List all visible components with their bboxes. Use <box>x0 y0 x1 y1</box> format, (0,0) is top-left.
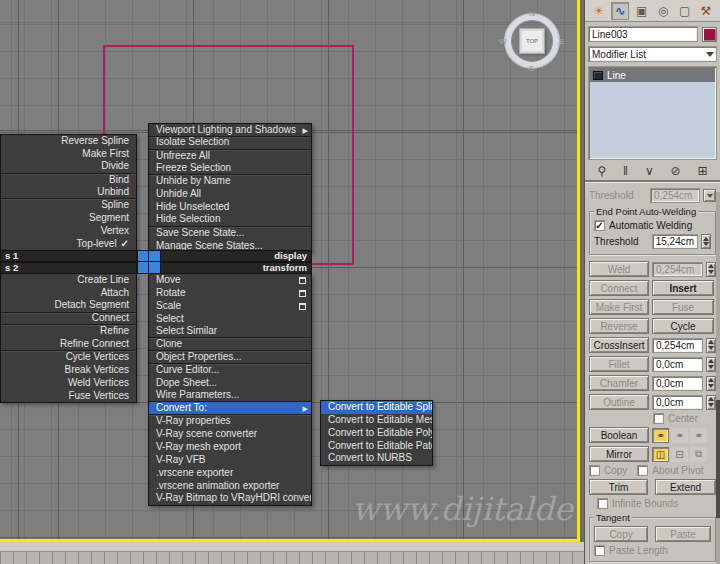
make-unique-icon[interactable]: ∨ <box>645 164 654 178</box>
menu-item[interactable]: Divide <box>1 161 136 174</box>
menu-item[interactable]: Reverse Spline <box>1 135 136 148</box>
modifier-stack[interactable]: Line <box>588 66 717 160</box>
mirror-both-icon[interactable]: ⧉ <box>690 447 707 462</box>
panel-field[interactable]: 0,254cm <box>652 338 703 353</box>
menu-item[interactable]: Convert to Editable Poly <box>321 427 432 440</box>
menu-item[interactable]: V-Ray Bitmap to VRayHDRI converter <box>149 492 311 505</box>
menu-item[interactable]: Top-level <box>1 238 136 251</box>
spinner[interactable] <box>701 234 711 249</box>
tangent-copy-button[interactable]: Copy <box>594 526 648 542</box>
menu-item[interactable]: Convert to Editable Spline <box>321 401 432 414</box>
modifier-list-dropdown[interactable]: Modifier List <box>588 46 717 62</box>
menu-item[interactable]: Detach Segment <box>1 300 136 313</box>
menu-item[interactable]: Create Line <box>1 274 136 287</box>
mirror-button[interactable]: Mirror <box>589 446 649 462</box>
menu-item[interactable]: Attach <box>1 287 136 300</box>
quad-menu-center-squares[interactable] <box>137 250 161 274</box>
center-checkbox[interactable]: Center <box>653 413 698 424</box>
spinner[interactable] <box>706 338 716 353</box>
menu-item[interactable]: Select Similar <box>149 325 311 338</box>
menu-item[interactable]: Bind <box>1 174 136 187</box>
menu-item[interactable]: Vertex <box>1 225 136 238</box>
panel-button[interactable]: Reverse <box>589 318 649 334</box>
menu-item[interactable]: Curve Editor... <box>149 364 311 377</box>
boolean-button[interactable]: Boolean <box>589 427 649 443</box>
panel-field[interactable]: 0,0cm <box>652 357 703 372</box>
viewcube-top-face[interactable]: TOP <box>519 28 545 54</box>
menu-item[interactable]: Unfreeze All <box>149 150 311 163</box>
menu-item[interactable]: Unhide by Name <box>149 175 311 188</box>
menu-item[interactable]: Convert to Editable Patch <box>321 440 432 453</box>
motion-tab-icon[interactable]: ◎ <box>654 2 672 20</box>
menu-item[interactable]: Make First <box>1 148 136 161</box>
panel-scrollbar[interactable] <box>716 192 720 564</box>
menu-item[interactable]: Convert to NURBS <box>321 452 432 465</box>
menu-item[interactable]: Connect <box>1 313 136 326</box>
panel-scrollbar-thumb[interactable] <box>716 400 720 518</box>
menu-item[interactable]: Unbind <box>1 186 136 199</box>
infinite-bounds-checkbox[interactable]: Infinite Bounds <box>597 498 678 509</box>
menu-item[interactable]: Segment <box>1 212 136 225</box>
utilities-tab-icon[interactable]: ⚒ <box>697 2 715 20</box>
threshold-field[interactable]: 0,254cm <box>650 188 700 203</box>
menu-item[interactable]: Weld Vertices <box>1 377 136 390</box>
panel-button[interactable]: Connect <box>589 280 649 296</box>
settings-box-icon[interactable] <box>299 290 306 297</box>
panel-button[interactable]: Insert <box>652 280 714 296</box>
quad-square[interactable] <box>149 262 159 272</box>
hierarchy-tab-icon[interactable]: ▣ <box>633 2 651 20</box>
menu-item[interactable]: Viewport Lighting and Shadows <box>149 124 311 137</box>
about-pivot-checkbox[interactable]: About Pivot <box>637 465 703 476</box>
quad-square[interactable] <box>149 251 159 261</box>
spinner[interactable] <box>706 395 716 410</box>
menu-item[interactable]: Convert To: <box>149 402 311 415</box>
menu-item[interactable]: Isolate Selection <box>149 137 311 150</box>
panel-button[interactable]: Fuse <box>652 299 714 315</box>
mirror-horizontal-icon[interactable]: ◫ <box>652 447 669 462</box>
panel-button[interactable]: Chamfer <box>589 375 649 391</box>
display-tab-icon[interactable]: ▢ <box>676 2 694 20</box>
boolean-subtraction-icon[interactable]: ⚭ <box>671 428 688 443</box>
menu-item[interactable]: Rotate <box>149 287 311 300</box>
menu-item[interactable]: Clone <box>149 338 311 351</box>
menu-item[interactable]: Convert to Editable Mesh <box>321 414 432 427</box>
menu-item[interactable]: .vrscene exporter <box>149 467 311 480</box>
menu-item[interactable]: V-Ray properties <box>149 415 311 428</box>
panel-button[interactable]: CrossInsert <box>589 337 649 353</box>
object-color-swatch[interactable] <box>702 27 717 42</box>
boolean-union-icon[interactable]: ⚭ <box>652 428 669 443</box>
panel-button[interactable]: Make First <box>589 299 649 315</box>
weld-threshold-field[interactable]: 15,24cm <box>652 234 698 249</box>
modify-tab-icon[interactable]: ∿ <box>611 2 629 20</box>
menu-item[interactable]: V-Ray mesh export <box>149 441 311 454</box>
menu-item[interactable]: Select <box>149 313 311 326</box>
remove-modifier-icon[interactable]: ⊘ <box>671 164 681 178</box>
copy-checkbox[interactable]: Copy <box>589 465 627 476</box>
panel-button[interactable]: Weld <box>589 261 649 277</box>
paste-length-checkbox[interactable]: Paste Length <box>594 545 668 556</box>
extend-button[interactable]: Extend <box>655 479 716 495</box>
trim-button[interactable]: Trim <box>589 479 648 495</box>
menu-item[interactable]: Move <box>149 274 311 287</box>
menu-item[interactable]: Object Properties... <box>149 351 311 364</box>
automatic-welding-checkbox[interactable]: ✓ Automatic Welding <box>594 220 692 231</box>
quad-square[interactable] <box>138 251 148 261</box>
scroll-down-button[interactable] <box>703 189 716 202</box>
object-name-field[interactable]: Line003 <box>588 26 698 42</box>
tangent-paste-button[interactable]: Paste <box>655 526 711 542</box>
panel-button[interactable]: Outline <box>589 394 649 410</box>
menu-item[interactable]: Hide Unselected <box>149 201 311 214</box>
pin-stack-icon[interactable]: ⚲ <box>597 164 606 178</box>
panel-field[interactable]: 0,0cm <box>652 376 703 391</box>
quad-square[interactable] <box>138 262 148 272</box>
panel-button[interactable]: Fillet <box>589 356 649 372</box>
menu-item[interactable]: V-Ray VFB <box>149 454 311 467</box>
mirror-vertical-icon[interactable]: ⊟ <box>671 447 688 462</box>
menu-item[interactable]: Spline <box>1 199 136 212</box>
viewcube[interactable]: N E S W TOP <box>502 11 562 71</box>
timeline-track-bar[interactable] <box>0 542 584 564</box>
spinner[interactable] <box>706 376 716 391</box>
settings-box-icon[interactable] <box>299 277 306 284</box>
menu-item[interactable]: Fuse Vertices <box>1 390 136 403</box>
timeline-ruler[interactable] <box>0 551 584 564</box>
